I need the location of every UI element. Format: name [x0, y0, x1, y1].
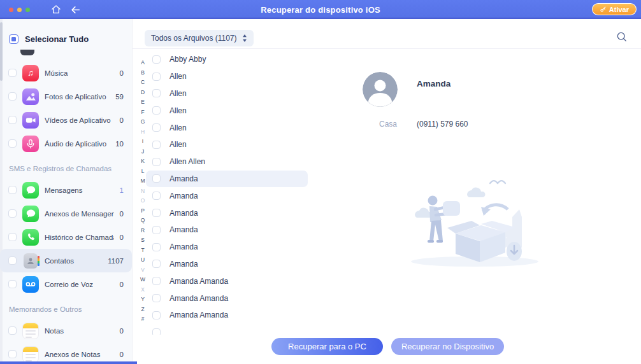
recover-on-device-button[interactable]: Recuperar no Dispositivo: [391, 338, 504, 355]
contact-row-allen-3[interactable]: Allen: [146, 102, 308, 119]
checkbox[interactable]: [152, 260, 161, 268]
home-icon[interactable]: [50, 4, 61, 15]
contact-row-allen-allen-6[interactable]: Allen Allen: [146, 153, 308, 171]
checkbox[interactable]: [8, 233, 17, 241]
checkbox[interactable]: [152, 328, 161, 335]
sidebar-item-label: Contatos: [45, 257, 102, 265]
sidebar-item-anexos-de-notas[interactable]: Anexos de Notas0: [0, 342, 132, 364]
sidebar-item-mensagens[interactable]: Mensagens1: [0, 178, 132, 202]
checkbox[interactable]: [152, 141, 161, 149]
search-icon[interactable]: [616, 31, 628, 43]
select-all-control[interactable]: Selecionar Tudo: [9, 34, 89, 44]
contact-row-allen-1[interactable]: Allen: [146, 68, 308, 85]
alphabet-letter-n[interactable]: N: [141, 188, 145, 194]
checkbox[interactable]: [8, 116, 17, 124]
alphabet-letter-p[interactable]: P: [141, 208, 145, 214]
alphabet-letter-u[interactable]: U: [141, 257, 145, 263]
checkbox[interactable]: [8, 326, 17, 335]
alphabet-letter-z[interactable]: Z: [141, 307, 144, 312]
checkbox[interactable]: [152, 123, 161, 132]
checkbox[interactable]: [8, 350, 17, 358]
back-icon[interactable]: [70, 4, 81, 15]
checkbox[interactable]: [152, 209, 161, 217]
contact-row-abby-abby-0[interactable]: Abby Abby: [146, 51, 308, 68]
contact-row-allen-5[interactable]: Allen: [146, 136, 308, 153]
sidebar-item-historico-de-chamadas[interactable]: Histórico de Chamadas0: [0, 225, 132, 249]
contact-row-allen-4[interactable]: Allen: [146, 119, 308, 136]
alphabet-letter-i[interactable]: I: [142, 139, 143, 144]
alphabet-letter-e[interactable]: E: [141, 99, 145, 105]
alphabet-letter-k[interactable]: K: [141, 158, 145, 164]
sidebar-item-correio-de-voz[interactable]: Correio de Voz0: [0, 272, 132, 296]
contact-row-amanda-10[interactable]: Amanda: [146, 221, 308, 239]
checkbox[interactable]: [8, 92, 17, 101]
alphabet-letter-y[interactable]: Y: [141, 297, 145, 302]
sidebar-item-contatos[interactable]: Contatos1107: [0, 249, 132, 272]
alphabet-letter-w[interactable]: W: [140, 277, 145, 283]
file-filter-dropdown[interactable]: Todos os Arquivos (1107): [145, 30, 254, 46]
contact-row-amanda-amanda-14[interactable]: Amanda Amanda: [146, 290, 308, 307]
contact-row-amanda-amanda-15[interactable]: Amanda Amanda: [146, 307, 308, 324]
alphabet-letter-r[interactable]: R: [141, 228, 145, 234]
checkbox[interactable]: [152, 89, 161, 97]
contact-row-partial[interactable]: [146, 324, 308, 335]
sidebar-item-anexos-de-mensagens[interactable]: Anexos de Mensagens0: [0, 202, 132, 225]
checkbox[interactable]: [152, 174, 161, 183]
sidebar-item-videos-de-aplicativo[interactable]: Vídeos de Aplicativo0: [0, 108, 132, 132]
alphabet-letter-v[interactable]: V: [141, 267, 145, 273]
checkbox[interactable]: [8, 139, 17, 148]
checkbox[interactable]: [152, 55, 161, 64]
alphabet-letter-j[interactable]: J: [141, 149, 144, 155]
alphabet-letter-t[interactable]: T: [141, 248, 144, 253]
checkbox[interactable]: [8, 186, 17, 194]
recover-to-pc-button[interactable]: Recuperar para o PC: [271, 338, 383, 355]
alphabet-letter-h[interactable]: H: [141, 129, 145, 135]
alphabet-letter-s[interactable]: S: [141, 237, 145, 243]
content-panel: Todos os Arquivos (1107) ABCDEFGHIJKLMNO…: [132, 19, 641, 364]
alphabet-letter-hash[interactable]: #: [141, 316, 145, 322]
alphabet-letter-b[interactable]: B: [141, 70, 145, 76]
sidebar-item-notas[interactable]: Notas0: [0, 319, 132, 342]
alphabet-letter-g[interactable]: G: [141, 119, 145, 125]
sidebar-item-musica[interactable]: ♫Música0: [0, 61, 132, 85]
alphabet-letter-c[interactable]: C: [141, 80, 145, 85]
contact-row-amanda-11[interactable]: Amanda: [146, 239, 308, 256]
checkbox[interactable]: [152, 158, 161, 166]
alphabet-letter-d[interactable]: D: [141, 90, 145, 95]
minimize-window-icon[interactable]: [17, 8, 22, 12]
alphabet-letter-a[interactable]: A: [141, 60, 145, 66]
alphabet-letter-x[interactable]: X: [141, 287, 145, 293]
select-all-checkbox[interactable]: [9, 34, 18, 44]
alphabet-letter-q[interactable]: Q: [141, 218, 145, 223]
checkbox[interactable]: [8, 209, 17, 218]
contact-row-amanda-8[interactable]: Amanda: [146, 187, 308, 204]
checkbox[interactable]: [152, 106, 161, 115]
contacts-icon: [22, 253, 39, 269]
alphabet-letter-f[interactable]: F: [141, 109, 144, 115]
sidebar-item-audio-de-aplicativo[interactable]: Áudio de Aplicativo10: [0, 132, 132, 155]
checkbox[interactable]: [152, 311, 161, 319]
contact-row-amanda-amanda-13[interactable]: Amanda Amanda: [146, 272, 308, 290]
contact-row-amanda-7[interactable]: Amanda: [146, 171, 308, 188]
checkbox[interactable]: [152, 73, 161, 81]
checkbox[interactable]: [8, 280, 17, 288]
sidebar-item-fotos-de-aplicativo[interactable]: Fotos de Aplicativo59: [0, 85, 132, 108]
checkbox[interactable]: [152, 277, 161, 285]
close-window-icon[interactable]: [9, 8, 13, 12]
alphabet-letter-m[interactable]: M: [140, 178, 145, 184]
zoom-window-icon[interactable]: [25, 8, 30, 12]
checkbox[interactable]: [8, 69, 17, 77]
checkbox[interactable]: [152, 192, 161, 200]
checkbox[interactable]: [152, 243, 161, 251]
checkbox[interactable]: [8, 256, 17, 265]
activate-button[interactable]: Ativar: [592, 3, 637, 15]
contact-row-amanda-12[interactable]: Amanda: [146, 256, 308, 273]
contact-name: Allen: [169, 140, 187, 149]
checkbox[interactable]: [152, 294, 161, 302]
contact-row-allen-2[interactable]: Allen: [146, 85, 308, 102]
contact-row-amanda-9[interactable]: Amanda: [146, 204, 308, 221]
alphabet-letter-l[interactable]: L: [141, 169, 145, 174]
alphabet-letter-o[interactable]: O: [141, 198, 145, 204]
checkbox[interactable]: [152, 226, 161, 234]
contact-name: Amanda: [169, 174, 198, 183]
